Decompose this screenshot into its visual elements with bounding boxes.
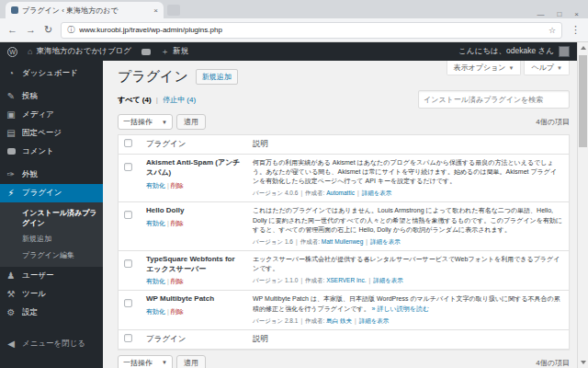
forward-icon[interactable]: → bbox=[26, 25, 36, 35]
sidebar-item-appearance[interactable]: ✑ 外観 bbox=[0, 166, 103, 184]
column-header-description: 説明 bbox=[247, 135, 569, 154]
submenu-plugin-editor[interactable]: プラグイン編集 bbox=[0, 247, 103, 263]
browser-menu-icon[interactable]: ⋮ bbox=[571, 25, 581, 35]
select-all-checkbox[interactable] bbox=[124, 139, 132, 147]
delete-link[interactable]: 削除 bbox=[171, 278, 184, 284]
apply-button[interactable]: 適用 bbox=[176, 114, 206, 130]
tab-favicon-icon bbox=[11, 6, 18, 14]
submenu-add-new[interactable]: 新規追加 bbox=[0, 231, 103, 247]
bulk-action-select-bottom[interactable]: 一括操作 ▼ bbox=[118, 355, 173, 368]
page-scrollbar[interactable] bbox=[577, 42, 588, 368]
sidebar-item-settings[interactable]: ⚙ 設定 bbox=[0, 304, 103, 322]
scroll-down-icon[interactable] bbox=[581, 361, 586, 364]
sidebar-item-label: プラグイン bbox=[22, 188, 62, 199]
author-link[interactable]: 島白 鉄夫 bbox=[326, 317, 352, 324]
column-footer-plugin: プラグイン bbox=[141, 330, 247, 349]
comments-icon bbox=[6, 147, 17, 156]
screen-options-button[interactable]: 表示オプション ▼ bbox=[447, 61, 522, 75]
window-maximize-icon[interactable]: □ bbox=[557, 10, 561, 18]
bookmark-star-icon[interactable]: ☆ bbox=[548, 26, 556, 35]
column-header-plugin[interactable]: プラグイン bbox=[141, 135, 247, 154]
posts-icon: ✎ bbox=[6, 92, 17, 101]
sidebar-item-comments[interactable]: コメント bbox=[0, 143, 103, 161]
help-button[interactable]: ヘルプ ▼ bbox=[524, 61, 570, 75]
author-link[interactable]: Automattic bbox=[326, 190, 355, 196]
details-link[interactable]: 詳細を表示 bbox=[362, 190, 392, 196]
help-label: ヘルプ bbox=[531, 63, 554, 73]
filter-inactive[interactable]: 停止中 (4) bbox=[163, 96, 196, 104]
filter-all[interactable]: すべて (4) bbox=[118, 96, 152, 104]
read-more-link[interactable]: » 詳しい説明を読む bbox=[372, 305, 430, 312]
back-icon[interactable]: ← bbox=[7, 25, 17, 35]
collapse-label: メニューを閉じる bbox=[22, 339, 85, 350]
chevron-down-icon: ▼ bbox=[557, 65, 562, 71]
refresh-icon[interactable]: ↻ bbox=[44, 25, 52, 35]
author-link[interactable]: XSERVER Inc. bbox=[326, 277, 366, 283]
plugin-checkbox[interactable] bbox=[124, 211, 132, 219]
author-link[interactable]: Matt Mullenweg bbox=[322, 238, 364, 245]
browser-tab[interactable]: プラグイン ‹ 東海地方のおで × bbox=[6, 2, 164, 18]
sidebar-item-label: ユーザー bbox=[22, 270, 53, 282]
sidebar-item-pages[interactable]: ▤ 固定ページ bbox=[0, 124, 103, 143]
plugin-meta: バージョン 2.8.1|作成者: 島白 鉄夫|詳細を表示 bbox=[253, 317, 563, 326]
table-row: WP Multibyte Patch 有効化|削除 WP Multibyte P… bbox=[119, 290, 569, 328]
dashboard-icon: ◔ bbox=[6, 69, 17, 78]
activate-link[interactable]: 有効化 bbox=[146, 220, 165, 226]
details-link[interactable]: 詳細を表示 bbox=[373, 277, 403, 283]
appearance-icon: ✑ bbox=[6, 170, 17, 179]
details-link[interactable]: 詳細を表示 bbox=[370, 238, 401, 245]
column-footer-description: 説明 bbox=[247, 330, 569, 349]
site-name-menu[interactable]: ⌂ 東海地方のおでかけブログ bbox=[28, 46, 131, 57]
add-new-button[interactable]: 新規追加 bbox=[196, 69, 238, 85]
sidebar-item-users[interactable]: ♟ ユーザー bbox=[0, 267, 103, 285]
browser-toolbar: ← → ↻ ⓘ www.kuroobi.jp/travel/wp-admin/p… bbox=[0, 18, 588, 42]
plugin-search-input[interactable] bbox=[418, 90, 570, 109]
tab-close-icon[interactable]: × bbox=[153, 6, 158, 15]
delete-link[interactable]: 削除 bbox=[171, 308, 184, 315]
pages-icon: ▤ bbox=[6, 129, 17, 138]
plugin-name: TypeSquare Webfonts for エックスサーバー bbox=[146, 255, 242, 275]
sidebar-item-tools[interactable]: ⚒ ツール bbox=[0, 285, 103, 304]
plugin-meta: バージョン 4.0.6|作成者: Automattic|詳細を表示 bbox=[253, 190, 563, 198]
window-minimize-icon[interactable]: — bbox=[537, 10, 544, 18]
browser-window: プラグイン ‹ 東海地方のおで × — □ × ← → ↻ ⓘ www.kuro… bbox=[0, 0, 588, 368]
chevron-down-icon: ▼ bbox=[162, 120, 167, 125]
home-icon: ⌂ bbox=[28, 48, 32, 56]
plugin-checkbox[interactable] bbox=[124, 259, 132, 268]
sidebar-item-posts[interactable]: ✎ 投稿 bbox=[0, 87, 103, 106]
howdy-greeting[interactable]: こんにちは、odekake さん bbox=[458, 46, 554, 57]
scroll-up-icon[interactable] bbox=[581, 46, 586, 50]
sidebar-item-media[interactable]: ▣ メディア bbox=[0, 106, 103, 124]
plugin-name: Hello Dolly bbox=[146, 206, 242, 216]
collapse-menu-button[interactable]: ◀ メニューを閉じる bbox=[0, 335, 103, 353]
new-tab-button[interactable] bbox=[167, 5, 180, 16]
new-content-menu[interactable]: ＋ 新規 bbox=[161, 46, 188, 57]
chevron-down-icon: ▼ bbox=[162, 360, 167, 365]
delete-link[interactable]: 削除 bbox=[171, 220, 184, 226]
browser-tab-strip: プラグイン ‹ 東海地方のおで × — □ × bbox=[0, 0, 588, 18]
apply-button-bottom[interactable]: 適用 bbox=[176, 355, 206, 368]
select-all-checkbox-bottom[interactable] bbox=[124, 334, 132, 342]
plugin-checkbox[interactable] bbox=[124, 299, 132, 307]
details-link[interactable]: 詳細を表示 bbox=[359, 317, 390, 324]
plugin-checkbox[interactable] bbox=[124, 163, 132, 171]
comments-menu[interactable] bbox=[141, 49, 151, 55]
submenu-installed-plugins[interactable]: インストール済みプラグイン bbox=[0, 205, 103, 231]
activate-link[interactable]: 有効化 bbox=[146, 308, 165, 315]
sidebar-item-plugins[interactable]: ⚡ プラグイン bbox=[0, 184, 103, 202]
plus-icon: ＋ bbox=[161, 48, 169, 56]
tab-title: プラグイン ‹ 東海地方のおで bbox=[22, 6, 150, 16]
activate-link[interactable]: 有効化 bbox=[146, 278, 165, 284]
wordpress-logo-icon[interactable]: W bbox=[7, 47, 17, 57]
bulk-action-select[interactable]: 一括操作 ▼ bbox=[118, 114, 173, 130]
window-close-icon[interactable]: × bbox=[574, 10, 579, 18]
delete-link[interactable]: 削除 bbox=[171, 182, 184, 189]
scrollbar-thumb[interactable] bbox=[579, 55, 587, 147]
sidebar-item-dashboard[interactable]: ◔ ダッシュボード bbox=[0, 64, 103, 83]
address-bar[interactable]: ⓘ www.kuroobi.jp/travel/wp-admin/plugins… bbox=[61, 22, 562, 39]
main-content: 表示オプション ▼ ヘルプ ▼ プラグイン 新規追加 すべて (4) | bbox=[103, 61, 577, 368]
admin-workspace: ◔ ダッシュボード ✎ 投稿 ▣ メディア ▤ 固定ページ bbox=[0, 61, 588, 368]
filter-separator: | bbox=[156, 96, 158, 104]
site-info-icon[interactable]: ⓘ bbox=[67, 25, 74, 35]
activate-link[interactable]: 有効化 bbox=[146, 182, 165, 189]
